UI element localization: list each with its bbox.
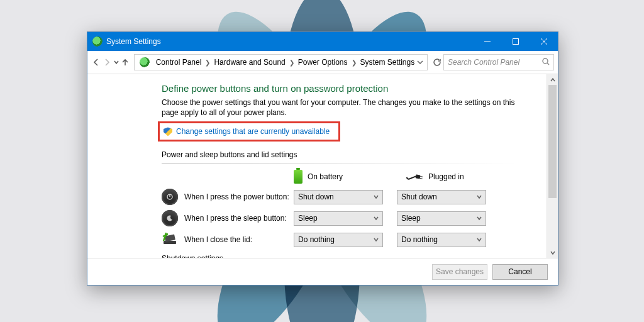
vertical-scrollbar[interactable]	[547, 74, 558, 258]
chevron-down-icon[interactable]	[417, 59, 423, 65]
navigation-toolbar: Control Panel ❯ Hardware and Sound ❯ Pow…	[87, 51, 558, 74]
search-box[interactable]	[443, 54, 554, 70]
lid-battery-select[interactable]: Do nothing	[294, 233, 383, 247]
svg-line-8	[420, 179, 423, 179]
breadcrumb-item[interactable]: Power Options	[296, 58, 350, 67]
plugged-in-label: Plugged in	[428, 172, 464, 181]
maximize-button[interactable]	[501, 32, 530, 51]
lid-icon	[162, 231, 178, 248]
on-battery-label: On battery	[308, 172, 343, 181]
svg-line-5	[547, 63, 549, 65]
svg-point-4	[543, 58, 548, 64]
power-battery-select[interactable]: Shut down	[294, 190, 383, 204]
svg-rect-6	[416, 175, 421, 179]
button-label: Cancel	[508, 267, 531, 276]
address-bar-icon	[140, 57, 150, 67]
scroll-up-button[interactable]	[547, 74, 558, 85]
power-button-label: When I press the power button:	[184, 192, 294, 201]
system-settings-window: System Settings Control	[87, 31, 558, 286]
chevron-down-icon	[477, 216, 482, 221]
history-dropdown[interactable]	[113, 60, 119, 65]
button-bar: Save changes Cancel	[87, 258, 558, 285]
sleep-icon	[162, 210, 178, 226]
content-pane: Define power buttons and turn on passwor…	[87, 74, 547, 258]
forward-button[interactable]	[103, 55, 113, 70]
select-value: Do nothing	[298, 235, 335, 244]
search-input[interactable]	[448, 58, 542, 67]
chevron-right-icon: ❯	[204, 59, 211, 66]
breadcrumb-item[interactable]: Hardware and Sound	[211, 58, 287, 67]
plug-icon	[405, 171, 424, 183]
section-divider	[162, 163, 518, 164]
titlebar[interactable]: System Settings	[87, 32, 558, 51]
chevron-down-icon	[374, 194, 379, 199]
chevron-down-icon	[374, 237, 379, 242]
search-icon	[542, 58, 550, 67]
chevron-down-icon	[477, 194, 482, 199]
scrollbar-thumb[interactable]	[548, 85, 557, 198]
svg-rect-11	[164, 241, 176, 244]
power-plugged-select[interactable]: Shut down	[397, 190, 486, 204]
scroll-down-button[interactable]	[547, 247, 558, 258]
lid-row: When I close the lid: Do nothing Do noth…	[162, 231, 518, 248]
window-title: System Settings	[106, 37, 161, 46]
battery-icon	[294, 170, 303, 184]
change-unavailable-callout: Change settings that are currently unava…	[158, 121, 340, 142]
sleep-plugged-select[interactable]: Sleep	[397, 211, 486, 226]
lid-label: When I close the lid:	[184, 235, 294, 244]
shutdown-section-title: Shutdown settings	[162, 254, 518, 258]
close-button[interactable]	[530, 32, 558, 51]
minimize-button[interactable]	[473, 32, 501, 51]
column-headers: On battery Plugged in	[294, 170, 518, 184]
power-icon	[162, 189, 178, 205]
select-value: Do nothing	[401, 235, 438, 244]
chevron-down-icon	[374, 216, 379, 221]
back-button[interactable]	[91, 55, 101, 70]
chevron-down-icon	[477, 237, 482, 242]
select-value: Shut down	[298, 192, 334, 201]
svg-rect-1	[513, 39, 518, 45]
sleep-button-label: When I press the sleep button:	[184, 214, 294, 223]
breadcrumb-item[interactable]: Control Panel	[153, 58, 204, 67]
chevron-right-icon: ❯	[350, 59, 358, 66]
sleep-battery-select[interactable]: Sleep	[294, 211, 383, 226]
change-unavailable-link[interactable]: Change settings that are currently unava…	[176, 127, 330, 136]
chevron-right-icon: ❯	[288, 59, 296, 66]
up-button[interactable]	[120, 55, 130, 70]
power-button-row: When I press the power button: Shut down…	[162, 189, 518, 205]
page-description: Choose the power settings that you want …	[162, 97, 518, 118]
address-bar[interactable]: Control Panel ❯ Hardware and Sound ❯ Pow…	[134, 54, 428, 70]
buttons-section-title: Power and sleep buttons and lid settings	[162, 150, 518, 159]
select-value: Sleep	[298, 214, 318, 223]
select-value: Shut down	[401, 192, 437, 201]
page-heading: Define power buttons and turn on passwor…	[162, 83, 518, 94]
svg-line-7	[420, 177, 423, 177]
breadcrumb-item[interactable]: System Settings	[358, 58, 418, 67]
save-changes-button[interactable]: Save changes	[432, 264, 487, 280]
select-value: Sleep	[401, 214, 421, 223]
shield-icon	[164, 127, 172, 136]
refresh-button[interactable]	[431, 54, 442, 70]
lid-plugged-select[interactable]: Do nothing	[397, 233, 486, 247]
cancel-button[interactable]: Cancel	[492, 264, 548, 280]
sleep-button-row: When I press the sleep button: Sleep Sle…	[162, 210, 518, 226]
app-icon	[92, 36, 103, 47]
button-label: Save changes	[436, 267, 484, 276]
